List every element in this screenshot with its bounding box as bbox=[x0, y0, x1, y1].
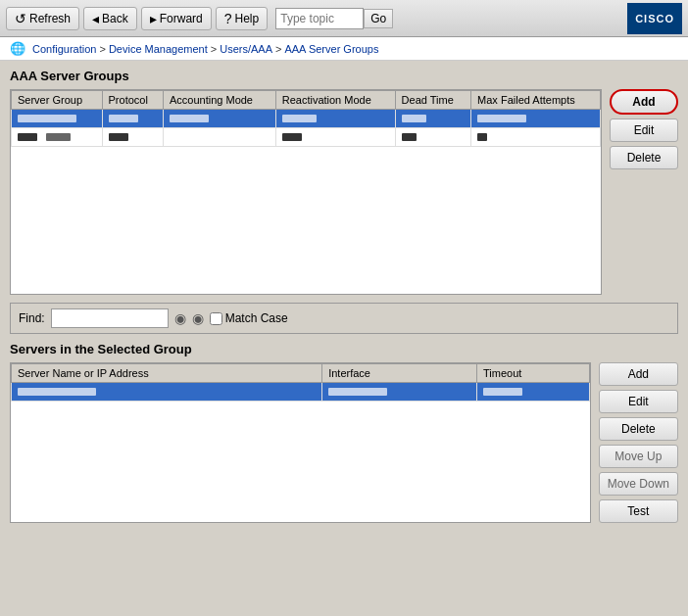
cell-server-name bbox=[12, 383, 322, 402]
data-block bbox=[477, 115, 526, 122]
aaa-side-buttons: Add Edit Delete bbox=[610, 89, 678, 295]
data-block bbox=[483, 388, 522, 396]
data-block bbox=[18, 133, 37, 141]
go-button[interactable]: Go bbox=[364, 9, 393, 28]
data-block bbox=[170, 115, 209, 122]
servers-test-button[interactable]: Test bbox=[599, 499, 678, 523]
find-next-icon[interactable]: ◉ bbox=[192, 310, 204, 326]
servers-section: Servers in the Selected Group Server Nam… bbox=[10, 342, 678, 523]
breadcrumb-device-mgmt[interactable]: Device Management bbox=[109, 43, 208, 55]
match-case-label: Match Case bbox=[225, 311, 288, 325]
data-block bbox=[477, 133, 487, 141]
main-content: AAA Server Groups Server Group Protocol … bbox=[0, 61, 688, 616]
cell-protocol bbox=[102, 110, 163, 128]
cell-reactivation bbox=[275, 110, 395, 128]
servers-table: Server Name or IP Address Interface Time… bbox=[11, 363, 590, 402]
breadcrumb-config[interactable]: Configuration bbox=[32, 43, 96, 55]
cell-max-failed bbox=[471, 128, 601, 147]
sep2: > bbox=[211, 43, 217, 55]
cell-interface bbox=[322, 383, 477, 402]
servers-section-title: Servers in the Selected Group bbox=[10, 342, 678, 356]
servers-move-down-button[interactable]: Move Down bbox=[599, 472, 678, 496]
find-label: Find: bbox=[19, 311, 45, 325]
aaa-table: Server Group Protocol Accounting Mode Re… bbox=[11, 90, 601, 147]
breadcrumb: 🌐 Configuration > Device Management > Us… bbox=[0, 37, 688, 61]
table-row[interactable] bbox=[12, 128, 601, 147]
find-input[interactable] bbox=[51, 308, 169, 328]
col-timeout: Timeout bbox=[477, 364, 590, 383]
cell-max-failed bbox=[471, 110, 601, 128]
aaa-add-button[interactable]: Add bbox=[610, 89, 678, 115]
col-dead-time: Dead Time bbox=[395, 91, 471, 110]
col-interface: Interface bbox=[322, 364, 477, 383]
refresh-icon: ↺ bbox=[15, 11, 26, 26]
servers-move-up-button[interactable]: Move Up bbox=[599, 445, 678, 468]
col-protocol: Protocol bbox=[102, 91, 163, 110]
cell-accounting bbox=[163, 110, 275, 128]
match-case-checkbox[interactable] bbox=[210, 312, 222, 325]
sep1: > bbox=[99, 43, 105, 55]
find-prev-icon[interactable]: ◉ bbox=[174, 310, 186, 326]
find-bar: Find: ◉ ◉ Match Case bbox=[10, 303, 678, 334]
globe-icon: 🌐 bbox=[10, 41, 25, 56]
servers-table-panel: Server Name or IP Address Interface Time… bbox=[10, 362, 591, 523]
data-block bbox=[328, 388, 387, 396]
forward-icon: ▸ bbox=[150, 11, 157, 26]
search-area: Go bbox=[275, 8, 393, 29]
servers-table-empty bbox=[11, 402, 590, 480]
toolbar: ↺ Refresh ◂ Back ▸ Forward ? Help Go CIS… bbox=[0, 0, 688, 37]
servers-panel-container: Server Name or IP Address Interface Time… bbox=[10, 362, 678, 523]
cell-dead-time bbox=[395, 128, 471, 147]
data-block bbox=[402, 115, 426, 122]
col-reactivation-mode: Reactivation Mode bbox=[275, 91, 395, 110]
breadcrumb-users-aaa[interactable]: Users/AAA bbox=[220, 43, 272, 55]
data-block bbox=[18, 388, 96, 396]
help-label: Help bbox=[235, 12, 260, 25]
cell-server-group bbox=[12, 128, 103, 147]
data-block bbox=[109, 133, 128, 141]
aaa-edit-button[interactable]: Edit bbox=[610, 118, 678, 142]
cell-protocol bbox=[102, 128, 163, 147]
table-row[interactable] bbox=[12, 110, 601, 128]
refresh-button[interactable]: ↺ Refresh bbox=[6, 7, 79, 30]
aaa-table-panel: Server Group Protocol Accounting Mode Re… bbox=[10, 89, 602, 295]
back-button[interactable]: ◂ Back bbox=[83, 7, 137, 30]
sep3: > bbox=[275, 43, 281, 55]
servers-edit-button[interactable]: Edit bbox=[599, 390, 678, 413]
back-icon: ◂ bbox=[92, 11, 99, 26]
cell-accounting bbox=[163, 128, 275, 147]
match-case-container: Match Case bbox=[210, 311, 288, 325]
col-server-name: Server Name or IP Address bbox=[12, 364, 322, 383]
aaa-delete-button[interactable]: Delete bbox=[610, 146, 678, 169]
table-row[interactable] bbox=[12, 383, 590, 402]
data-block bbox=[18, 115, 76, 122]
cisco-logo: CISCO bbox=[627, 3, 682, 34]
aaa-table-empty bbox=[11, 147, 601, 294]
forward-label: Forward bbox=[160, 12, 203, 25]
back-label: Back bbox=[102, 12, 128, 25]
refresh-label: Refresh bbox=[29, 12, 71, 25]
help-icon: ? bbox=[224, 11, 232, 26]
col-server-group: Server Group bbox=[12, 91, 103, 110]
help-button[interactable]: ? Help bbox=[216, 7, 268, 30]
data-block bbox=[109, 115, 138, 122]
data-block bbox=[282, 115, 317, 122]
servers-add-button[interactable]: Add bbox=[599, 362, 678, 386]
col-accounting-mode: Accounting Mode bbox=[163, 91, 275, 110]
data-block bbox=[402, 133, 417, 141]
aaa-table-header-row: Server Group Protocol Accounting Mode Re… bbox=[12, 91, 601, 110]
col-max-failed: Max Failed Attempts bbox=[471, 91, 601, 110]
cell-dead-time bbox=[395, 110, 471, 128]
cell-reactivation bbox=[275, 128, 395, 147]
servers-side-buttons: Add Edit Delete Move Up Move Down Test bbox=[599, 362, 678, 523]
cell-server-group bbox=[12, 110, 103, 128]
servers-table-header-row: Server Name or IP Address Interface Time… bbox=[12, 364, 590, 383]
data-block bbox=[282, 133, 302, 141]
aaa-panel-container: Server Group Protocol Accounting Mode Re… bbox=[10, 89, 678, 295]
data-block bbox=[46, 133, 71, 141]
forward-button[interactable]: ▸ Forward bbox=[141, 7, 212, 30]
breadcrumb-aaa-server-groups[interactable]: AAA Server Groups bbox=[284, 43, 378, 55]
servers-delete-button[interactable]: Delete bbox=[599, 417, 678, 441]
search-input[interactable] bbox=[275, 8, 364, 29]
aaa-section-title: AAA Server Groups bbox=[10, 69, 678, 83]
